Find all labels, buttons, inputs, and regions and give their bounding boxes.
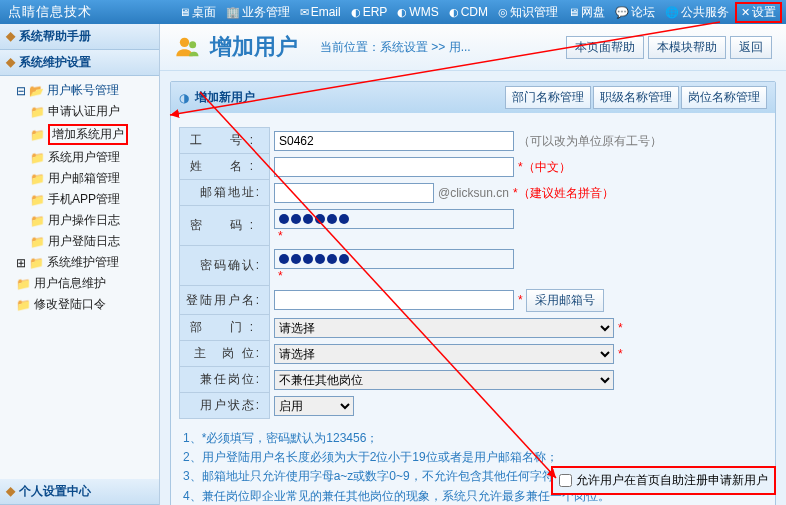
label-name: 姓 名:	[180, 154, 270, 180]
tree-item-oplog[interactable]: 📁用户操作日志	[30, 210, 157, 231]
page-title: 增加用户	[210, 32, 298, 62]
chevron-icon: ◆	[6, 29, 15, 43]
label-email: 邮箱地址:	[180, 180, 270, 206]
label-otherpost: 兼任岗位:	[180, 367, 270, 393]
erp-icon: ◐	[351, 6, 361, 19]
tree-item-sysmaint[interactable]: ⊞📁系统维护管理	[16, 252, 157, 273]
select-status[interactable]: 启用	[274, 396, 354, 416]
tree-item-manage[interactable]: 📁系统用户管理	[30, 147, 157, 168]
input-email[interactable]	[274, 183, 434, 203]
tree-item-apply[interactable]: 📁申请认证用户	[30, 101, 157, 122]
email-icon: ✉	[300, 6, 309, 19]
help-page-button[interactable]: 本页面帮助	[566, 36, 644, 59]
nav-netdisk[interactable]: 🖥网盘	[564, 2, 609, 23]
nav-public[interactable]: 🌐公共服务	[661, 2, 733, 23]
folder-icon: 📁	[16, 298, 31, 312]
nav-wms[interactable]: ◐WMS	[393, 2, 442, 23]
input-pwd[interactable]	[274, 209, 514, 229]
email-suffix: @clicksun.cn	[438, 186, 509, 200]
hint-name: *（中文）	[518, 160, 571, 174]
folder-icon: 📁	[30, 193, 45, 207]
select-otherpost[interactable]: 不兼任其他岗位	[274, 370, 614, 390]
nav-forum[interactable]: 💬论坛	[611, 2, 659, 23]
input-loginid[interactable]	[274, 290, 514, 310]
tree-root-user-account[interactable]: ⊟📂用户帐号管理	[16, 80, 157, 101]
help-module-button[interactable]: 本模块帮助	[648, 36, 726, 59]
svg-point-0	[180, 38, 189, 47]
knowledge-icon: ◎	[498, 6, 508, 19]
public-icon: 🌐	[665, 6, 679, 19]
settings-icon: ✕	[741, 6, 750, 19]
form-panel: ◑ 增加新用户 部门名称管理 职级名称管理 岗位名称管理 工 号: （可以改为单…	[170, 81, 776, 505]
folder-icon: 📁	[29, 256, 44, 270]
sidebar-section-personal[interactable]: ◆个人设置中心	[0, 479, 159, 505]
nav-desktop[interactable]: 🖥桌面	[175, 2, 220, 23]
wms-icon: ◐	[397, 6, 407, 19]
hint-no: （可以改为单位原有工号）	[518, 134, 662, 148]
tree-item-loginlog[interactable]: 📁用户登陆日志	[30, 231, 157, 252]
nav-knowledge[interactable]: ◎知识管理	[494, 2, 562, 23]
form-title: 增加新用户	[195, 89, 255, 106]
label-no: 工 号:	[180, 128, 270, 154]
label-mainpost: 主 岗 位:	[180, 341, 270, 367]
biz-icon: 🏢	[226, 6, 240, 19]
tab-dept[interactable]: 部门名称管理	[505, 86, 591, 109]
nav-erp[interactable]: ◐ERP	[347, 2, 392, 23]
cdm-icon: ◐	[449, 6, 459, 19]
tree-item-pwdchange[interactable]: 📁修改登陆口令	[16, 294, 157, 315]
chevron-icon: ◆	[6, 55, 15, 69]
self-register-checkbox-row: 允许用户在首页自助注册申请新用户	[551, 466, 776, 495]
refresh-icon[interactable]: ◑	[179, 91, 189, 105]
minus-icon: ⊟	[16, 84, 26, 98]
folder-icon: 📁	[30, 214, 45, 228]
nav-email[interactable]: ✉Email	[296, 2, 345, 23]
titlebar: 增加用户 当前位置：系统设置 >> 用... 本页面帮助 本模块帮助 返回	[160, 24, 786, 71]
forum-icon: 💬	[615, 6, 629, 19]
tab-rank[interactable]: 职级名称管理	[593, 86, 679, 109]
folder-icon: 📁	[30, 105, 45, 119]
self-register-checkbox[interactable]	[559, 474, 572, 487]
main: 增加用户 当前位置：系统设置 >> 用... 本页面帮助 本模块帮助 返回 ◑ …	[160, 24, 786, 505]
tree-item-app[interactable]: 📁手机APP管理	[30, 189, 157, 210]
label-loginid: 登陆用户名:	[180, 286, 270, 315]
back-button[interactable]: 返回	[730, 36, 772, 59]
tab-post[interactable]: 岗位名称管理	[681, 86, 767, 109]
select-dept[interactable]: 请选择	[274, 318, 614, 338]
folder-icon: 📂	[29, 84, 44, 98]
chevron-icon: ◆	[6, 484, 15, 498]
label-status: 用户状态:	[180, 393, 270, 419]
hint-email: *（建议姓名拼音）	[513, 186, 614, 200]
sidebar-section-maintenance[interactable]: ◆系统维护设置	[0, 50, 159, 76]
nav-cdm[interactable]: ◐CDM	[445, 2, 492, 23]
input-no[interactable]	[274, 131, 514, 151]
tree-item-userinfo[interactable]: 📁用户信息维护	[16, 273, 157, 294]
folder-icon: 📁	[30, 151, 45, 165]
netdisk-icon: 🖥	[568, 6, 579, 18]
folder-icon: 📁	[30, 128, 45, 142]
brand: 点睛信息技术	[4, 3, 92, 21]
label-pwd2: 密码确认:	[180, 246, 270, 286]
svg-point-1	[189, 41, 196, 48]
folder-icon: 📁	[30, 172, 45, 186]
top-nav: 🖥桌面 🏢业务管理 ✉Email ◐ERP ◐WMS ◐CDM ◎知识管理 🖥网…	[175, 2, 782, 23]
sidebar: ◆系统帮助手册 ◆系统维护设置 ⊟📂用户帐号管理 📁申请认证用户 📁增加系统用户…	[0, 24, 160, 505]
label-pwd: 密 码:	[180, 206, 270, 246]
nav-settings[interactable]: ✕设置	[735, 2, 782, 23]
nav-biz[interactable]: 🏢业务管理	[222, 2, 294, 23]
topbar: 点睛信息技术 🖥桌面 🏢业务管理 ✉Email ◐ERP ◐WMS ◐CDM ◎…	[0, 0, 786, 24]
folder-icon: 📁	[30, 235, 45, 249]
plus-icon: ⊞	[16, 256, 26, 270]
tree-item-add-user[interactable]: 📁增加系统用户	[30, 122, 157, 147]
desktop-icon: 🖥	[179, 6, 190, 18]
users-icon	[174, 33, 202, 61]
self-register-label: 允许用户在首页自助注册申请新用户	[576, 472, 768, 489]
select-mainpost[interactable]: 请选择	[274, 344, 614, 364]
input-pwd2[interactable]	[274, 249, 514, 269]
tree-item-mailbox[interactable]: 📁用户邮箱管理	[30, 168, 157, 189]
input-name[interactable]	[274, 157, 514, 177]
sidebar-section-help[interactable]: ◆系统帮助手册	[0, 24, 159, 50]
label-dept: 部 门:	[180, 315, 270, 341]
use-email-button[interactable]: 采用邮箱号	[526, 289, 604, 312]
breadcrumb: 当前位置：系统设置 >> 用...	[320, 39, 471, 56]
sidebar-tree: ⊟📂用户帐号管理 📁申请认证用户 📁增加系统用户 📁系统用户管理 📁用户邮箱管理…	[0, 76, 159, 479]
